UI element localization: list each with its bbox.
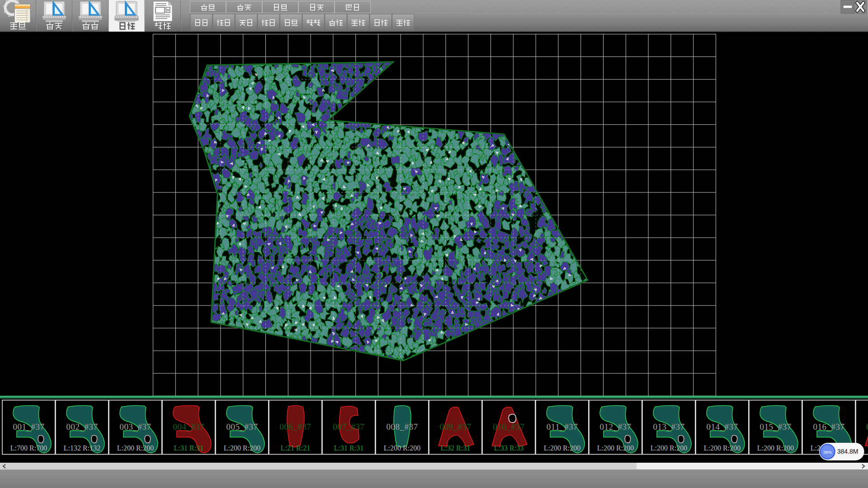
svg-text:L:200 R:200: L:200 R:200 xyxy=(544,444,580,452)
svg-text:384.8M: 384.8M xyxy=(837,448,859,455)
svg-text:L:700 R:700: L:700 R:700 xyxy=(10,444,47,452)
svg-text:011_#37: 011_#37 xyxy=(547,422,578,432)
svg-text:L:31 R:31: L:31 R:31 xyxy=(174,444,203,452)
svg-text:015_#37: 015_#37 xyxy=(760,422,792,432)
svg-text:L:32 R:31: L:32 R:31 xyxy=(441,444,470,452)
svg-text:002_#37: 002_#37 xyxy=(66,422,98,432)
svg-text:009_#37: 009_#37 xyxy=(440,422,472,432)
svg-text:014_#37: 014_#37 xyxy=(707,422,738,432)
svg-text:007_#37: 007_#37 xyxy=(333,422,365,432)
svg-text:L:33 R:33: L:33 R:33 xyxy=(494,444,524,452)
svg-text:010_#37: 010_#37 xyxy=(493,422,525,432)
svg-text:016_#37: 016_#37 xyxy=(813,422,845,432)
svg-text:008_#37: 008_#37 xyxy=(387,422,418,432)
svg-text:L:21 R:21: L:21 R:21 xyxy=(281,444,310,452)
svg-text:006_#37: 006_#37 xyxy=(280,422,311,432)
svg-text:L:200 R:200: L:200 R:200 xyxy=(651,444,687,452)
svg-text:003_#37: 003_#37 xyxy=(120,422,151,432)
svg-text:L:200 R:200: L:200 R:200 xyxy=(117,444,154,452)
svg-text:004_#37: 004_#37 xyxy=(173,422,205,432)
svg-text:L:200 R:200: L:200 R:200 xyxy=(757,444,794,452)
svg-text:L:200 R:200: L:200 R:200 xyxy=(384,444,420,452)
svg-text:38%: 38% xyxy=(823,450,832,455)
svg-text:001_#37: 001_#37 xyxy=(13,422,45,432)
svg-text:L:200 R:200: L:200 R:200 xyxy=(597,444,634,452)
svg-text:012_#37: 012_#37 xyxy=(600,422,632,432)
svg-text:L:200 R:200: L:200 R:200 xyxy=(704,444,741,452)
svg-text:013_#37: 013_#37 xyxy=(653,422,685,432)
svg-text:017_#37: 017_#37 xyxy=(866,422,868,432)
svg-text:L:132 R:132: L:132 R:132 xyxy=(64,444,100,452)
svg-text:005_#37: 005_#37 xyxy=(226,422,258,432)
svg-text:L:200 R:200: L:200 R:200 xyxy=(224,444,260,452)
svg-text:L:31 R:31: L:31 R:31 xyxy=(334,444,363,452)
